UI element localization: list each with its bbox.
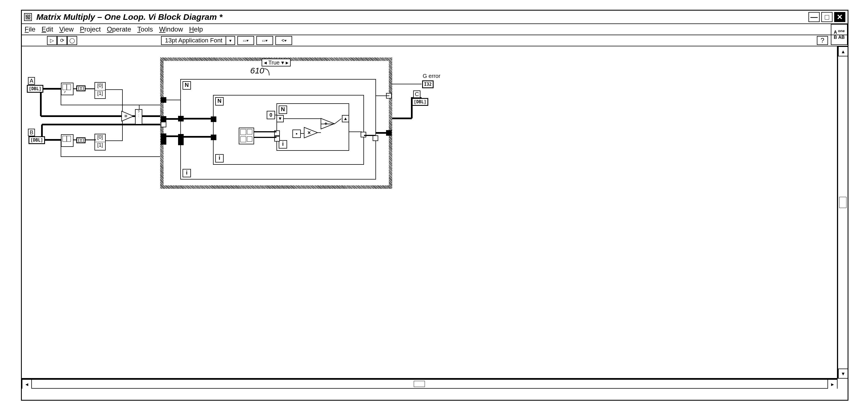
menu-project[interactable]: Project <box>80 25 101 33</box>
index-element[interactable]: ▪ <box>292 130 301 138</box>
case-next-icon[interactable]: ▸ <box>286 59 288 66</box>
align-button[interactable]: ▭▾ <box>237 36 254 45</box>
loop-inner-N: N <box>279 106 287 114</box>
app-icon <box>24 13 32 21</box>
font-selector[interactable]: 13pt Application Font <box>161 36 226 45</box>
tunnel-err-out <box>386 93 392 99</box>
menu-help[interactable]: Help <box>189 25 203 33</box>
tunnel-N-B <box>161 139 166 145</box>
svg-rect-22 <box>247 137 252 142</box>
loop-outer-i: i <box>183 169 191 177</box>
svg-text:↱: ↱ <box>64 91 66 94</box>
tunnel-arr-A <box>161 116 166 122</box>
terminal-error[interactable]: I32 <box>422 80 434 88</box>
hscroll-thumb[interactable] <box>414 381 425 387</box>
menu-operate[interactable]: Operate <box>107 25 131 33</box>
for-loop-middle[interactable]: N i N i ▼ ▲ <box>213 95 364 165</box>
context-help-button[interactable]: ? <box>817 36 828 45</box>
block-diagram-canvas[interactable]: A [DBL] ↱ [I] [0] [1] B [DBL] [I] [0] [1… <box>22 46 838 379</box>
svg-marker-25 <box>321 118 334 129</box>
reorder-button[interactable]: ⟲▾ <box>275 36 292 45</box>
vertical-scrollbar[interactable]: ▴ ▾ <box>838 46 847 379</box>
add-node[interactable]: + <box>320 118 336 130</box>
scroll-right-icon[interactable]: ▸ <box>828 379 838 389</box>
toolbar: ▷ ⟳ ◯ 13pt Application Font ▾ ▭▾ ▭▾ ⟲▾ ? <box>22 35 847 46</box>
for-loop-inner[interactable]: N i ▼ ▲ ▪ × <box>277 103 349 151</box>
vscroll-thumb[interactable] <box>839 197 846 208</box>
menu-window[interactable]: Window <box>159 25 183 33</box>
close-button[interactable]: ✕ <box>834 12 845 22</box>
tunnel-C-out <box>386 130 392 136</box>
svg-text:×: × <box>308 130 311 136</box>
terminal-C[interactable]: [DBL] <box>412 98 428 106</box>
case-structure[interactable]: ◂ True ▾ ▸ 610 <box>160 58 392 189</box>
label-A: A <box>28 77 35 84</box>
loop-inner-i: i <box>279 140 287 148</box>
tunnel-sel <box>161 122 166 127</box>
svg-text:=: = <box>124 113 127 119</box>
case-prev-icon[interactable]: ◂ <box>264 59 267 66</box>
label-C: C <box>413 91 421 98</box>
index-array-B[interactable]: [0] [1] <box>94 134 106 150</box>
scroll-down-icon[interactable]: ▾ <box>838 369 847 379</box>
horizontal-scrollbar[interactable]: ◂ ▸ <box>22 379 838 389</box>
svg-rect-16 <box>67 136 71 142</box>
i32-coerce-A: [I] <box>76 85 86 91</box>
maximize-button[interactable]: □ <box>821 12 833 22</box>
title-bar: Matrix Multiply – One Loop. Vi Block Dia… <box>22 11 847 24</box>
svg-rect-12 <box>63 84 66 90</box>
window-title: Matrix Multiply – One Loop. Vi Block Dia… <box>36 12 807 22</box>
for-loop-outer[interactable]: N i N i <box>180 79 376 179</box>
shift-reg-left: ▼ <box>277 115 284 122</box>
menu-edit[interactable]: Edit <box>42 25 53 33</box>
array-size-A[interactable]: ↱ <box>61 83 73 95</box>
loop-outer-N: N <box>183 81 191 90</box>
svg-text:+: + <box>324 121 328 127</box>
multiply-node[interactable]: × <box>304 127 319 139</box>
shift-reg-right: ▲ <box>342 115 349 122</box>
svg-marker-17 <box>122 111 133 121</box>
terminal-B[interactable]: [DBL] <box>29 136 45 144</box>
case-selector[interactable]: ◂ True ▾ ▸ <box>262 59 291 66</box>
svg-rect-19 <box>240 129 246 135</box>
menu-tools[interactable]: Tools <box>137 25 153 33</box>
index-array-A[interactable]: [0] [1] <box>94 82 106 99</box>
distribute-button[interactable]: ▭▾ <box>256 36 273 45</box>
scroll-up-icon[interactable]: ▴ <box>838 46 847 57</box>
svg-rect-15 <box>63 136 66 142</box>
select-node[interactable]: ?: <box>135 109 142 125</box>
loop-middle-i: i <box>215 154 224 163</box>
zero-constant[interactable]: 0 <box>267 111 275 119</box>
i32-coerce-B: [I] <box>76 137 86 143</box>
menu-file[interactable]: File <box>25 25 35 33</box>
equal-node[interactable]: = <box>121 110 135 122</box>
tunnel-N-A <box>161 97 166 103</box>
canvas-area: A [DBL] ↱ [I] [0] [1] B [DBL] [I] [0] [1… <box>22 46 847 389</box>
tunnel-arr-B <box>161 133 166 139</box>
menu-bar: File Edit View Project Operate Tools Win… <box>22 24 847 35</box>
loop-middle-N: N <box>215 97 224 106</box>
run-button[interactable]: ▷ <box>47 36 57 45</box>
minimize-button[interactable]: — <box>808 12 819 22</box>
terminal-A[interactable]: [DBL] <box>27 85 43 93</box>
app-window: Matrix Multiply – One Loop. Vi Block Dia… <box>21 10 848 401</box>
index-array-2d[interactable] <box>239 128 254 144</box>
vi-icon[interactable]: A oneB AB <box>831 24 847 45</box>
annotation-610: 610 <box>250 66 264 75</box>
svg-marker-23 <box>304 127 317 138</box>
abort-button[interactable]: ◯ <box>67 36 77 45</box>
array-size-B[interactable] <box>61 134 73 147</box>
wires-layer <box>22 46 838 389</box>
svg-rect-21 <box>240 137 246 142</box>
font-dropdown[interactable]: ▾ <box>226 36 235 45</box>
menu-view[interactable]: View <box>59 25 74 33</box>
scroll-left-icon[interactable]: ◂ <box>22 379 32 389</box>
label-error: G error <box>422 73 441 79</box>
svg-rect-20 <box>247 129 252 134</box>
svg-rect-13 <box>67 84 71 90</box>
run-continuous-button[interactable]: ⟳ <box>57 36 67 45</box>
label-B: B <box>28 129 35 136</box>
